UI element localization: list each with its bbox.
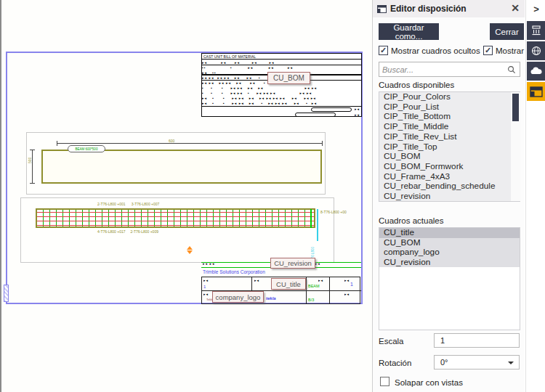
close-button[interactable]: Cerrar <box>490 23 524 40</box>
scrollbar-thumb[interactable] <box>512 94 519 121</box>
available-list-item[interactable]: CIP_Title_Top <box>379 142 520 152</box>
available-list-item[interactable]: CIP_Title_Bottom <box>379 112 520 122</box>
section-mark-icon <box>187 246 193 254</box>
printer-icon[interactable] <box>527 21 545 40</box>
dimension-text-top: 600 <box>169 139 174 143</box>
chevron-down-icon <box>508 362 514 364</box>
tag-cu-revision[interactable]: CU_revision <box>270 258 315 269</box>
dimension-line-top <box>57 143 323 144</box>
bom-glyph-row: ▸◂ ▸◂ ▸◂ ▸◂ ▸◂ <box>202 60 361 65</box>
available-list-item[interactable]: CIP_Title_Middle <box>379 122 520 132</box>
panel-header: Editor disposición ✕ <box>373 0 525 17</box>
canvas-left-edge <box>0 0 1 392</box>
drawing-canvas[interactable]: CAST UNIT BILL OF MATERIAL ▸◂ ▸◂ ▸◂ ▸◂ ▸… <box>0 0 372 392</box>
bom-glyph-row: ▪▪ ▪ ▸◂ ▸◂ ▸◂ <box>202 65 361 70</box>
dimension-tick <box>322 141 323 146</box>
dimension-tick <box>57 141 57 146</box>
dimension-tick <box>30 183 35 184</box>
view-frame-reinforcement[interactable]: 2-T76-L800 +001 3-T76-L800 +007 4-T76-L8… <box>20 197 334 263</box>
rotation-label: Rotación <box>379 359 411 367</box>
dimension-line-left <box>32 150 33 184</box>
search-input[interactable] <box>382 63 506 75</box>
available-list-item[interactable]: CU_BOM <box>379 152 520 162</box>
dimension-text-left: 500 <box>28 158 32 163</box>
available-list-item[interactable]: CIP_Title_Rev_List <box>379 132 520 142</box>
sheet-selection-handle[interactable] <box>4 285 9 302</box>
scale-label: Escala <box>379 337 404 346</box>
field-glyph: ▸◂ <box>344 292 350 297</box>
layout-editor-panel: Editor disposición ✕ Guardar como... Cer… <box>372 0 525 392</box>
field-glyph: ▸◂ <box>318 278 323 283</box>
sheet-number-left: 1 <box>203 285 206 289</box>
rebar-annotation-right: 8-T76-L800 +00 <box>320 210 347 214</box>
show-names-checkbox[interactable]: ✓ <box>483 46 493 55</box>
save-as-button[interactable]: Guardar como... <box>379 23 439 40</box>
part-name-text: BEAM <box>308 284 320 288</box>
search-box[interactable] <box>379 62 520 77</box>
side-pane-toolbar: > <box>525 0 545 392</box>
close-icon[interactable]: ✕ <box>511 2 520 14</box>
bom-table-title: CAST UNIT BILL OF MATERIAL <box>202 54 361 60</box>
company-name-text: Trimble Solutions Corporation <box>203 269 265 274</box>
bom-glyph-row: ▪ ▪ ▪ ▸◂ ▸◂ ▸◂ ▸◂ ▸◂ ▸◂ <box>202 86 361 91</box>
search-icon <box>507 65 516 74</box>
available-list-item[interactable]: CU_Frame_4xA3 <box>379 172 520 182</box>
current-cuadros-list[interactable]: CU_titleCU_BOMcompany_logoCU_revision <box>379 227 520 330</box>
field-glyph: ▸◂ <box>203 292 209 297</box>
tag-cu-bom[interactable]: CU_BOM <box>267 72 310 84</box>
show-hidden-label: Mostrar cuadros ocultos <box>391 46 480 55</box>
show-hidden-checkbox[interactable]: ✓ <box>379 46 388 55</box>
rebar-annotation-top: 2-T76-L800 +001 3-T76-L800 +007 <box>97 202 159 206</box>
bom-glyph: ▸◂ <box>355 113 360 117</box>
available-cuadros-list[interactable]: CIP_Pour_ColorsCIP_Pour_ListCIP_Title_Bo… <box>379 91 520 202</box>
rebar-annotation-bottom: 4-T76-L800 +017 2-T76-L800 +009 <box>97 229 158 234</box>
layout-editor-icon <box>377 5 387 13</box>
field-glyph: ▸◂ <box>344 278 350 283</box>
globe-icon[interactable] <box>527 41 545 60</box>
table-line <box>251 277 252 290</box>
rebar-beam[interactable] <box>36 208 315 228</box>
sheet-number-right: 1 <box>350 282 353 287</box>
part-mark-label: BEAM 600*500 <box>68 145 105 152</box>
tag-company-logo[interactable]: company_logo <box>212 291 264 303</box>
current-list-item[interactable]: CU_title <box>379 228 520 238</box>
available-list-item[interactable]: CIP_Pour_Colors <box>379 92 520 102</box>
available-list-scrollbar[interactable] <box>511 92 520 201</box>
panel-title: Editor disposición <box>390 4 467 14</box>
current-list-item[interactable]: CU_BOM <box>379 238 520 248</box>
overlap-views-checkbox[interactable] <box>380 377 389 386</box>
available-list-item[interactable]: CU_BOM_Formwork <box>379 162 520 172</box>
bom-capsule-field <box>311 107 352 112</box>
field-glyph: ▸◂ <box>254 278 259 283</box>
available-list-item[interactable]: CU_revision <box>379 192 520 202</box>
cloud-icon[interactable] <box>527 62 545 81</box>
table-line <box>306 277 307 304</box>
bom-table[interactable]: CAST UNIT BILL OF MATERIAL ▸◂ ▸◂ ▸◂ ▸◂ ▸… <box>201 53 362 117</box>
bom-footer: ▸◂ ▸◂ <box>202 106 361 117</box>
available-list-item[interactable]: CU_rebar_bending_schedule <box>379 181 520 192</box>
bom-capsule-field <box>295 113 336 117</box>
rotation-value: 0° <box>440 358 448 367</box>
current-list-item[interactable]: company_logo <box>379 248 520 258</box>
section-cut-line <box>317 209 318 241</box>
bom-dense-rows: ▸◂ ▸◂ ▸◂ ▸◂ ▸◂ ▸◂ ▪ ▪ ▪ ▸◂ ▸◂▪ ▪ ▪ ▸◂ ▸◂… <box>202 81 361 106</box>
drawing-number-text: B/3 <box>308 298 314 302</box>
available-list-item[interactable]: CIP_Pour_List <box>379 102 520 113</box>
scale-input[interactable] <box>434 333 520 348</box>
tag-cu-title[interactable]: CU_title <box>271 278 306 290</box>
table-line <box>329 277 330 304</box>
rotation-dropdown[interactable]: 0° <box>434 355 520 369</box>
beam-outline[interactable] <box>41 150 322 184</box>
collapse-pane-button[interactable]: > <box>530 1 543 16</box>
view-frame-elevation[interactable]: 600 500 BEAM 600*500 <box>26 132 326 195</box>
bom-glyph-row: ▸◂ ▪ ▪ ▸◂ ▸◂ ▸◂ ▸◂ ▸◂ ▸◂ ▸◂ ▸◂ ▸◂ ▸◂ <box>202 96 361 101</box>
layout-editor-tool-icon[interactable] <box>527 82 545 101</box>
bom-glyph: ▸◂ <box>355 107 360 112</box>
bom-glyph-row: ▸◂ ▪ ▪ ▸◂ ▸◂ ▸◂ ▪ ▸◂ ▸◂ ▸◂ ▸◂ ▪ ▸◂ <box>202 101 361 106</box>
stirrup-end-line <box>310 209 312 228</box>
bom-glyph-row: ▪ ▪ ▪ ▸◂ ▸◂ ▪ ▸◂ ▸◂ ▸◂ ▸◂ ▸◂ <box>202 91 361 96</box>
current-list-item[interactable]: CU_revision <box>379 258 520 268</box>
overlap-views-label: Solapar con vistas <box>395 378 463 387</box>
dimension-tick <box>30 150 35 150</box>
field-glyph: ▸◂ <box>203 278 209 283</box>
